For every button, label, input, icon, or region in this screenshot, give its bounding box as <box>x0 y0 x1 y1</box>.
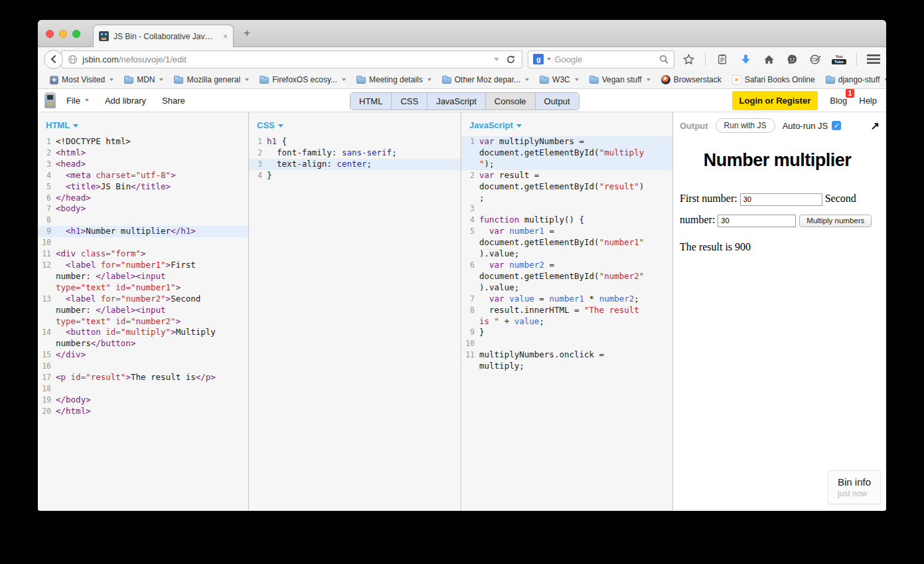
code-line[interactable]: 5 var number1 = <box>461 226 672 237</box>
code-line[interactable]: 10 <box>461 338 672 349</box>
code-line[interactable]: 11multiplyNumbers.onclick = <box>461 349 672 361</box>
new-tab-button[interactable]: + <box>244 27 250 40</box>
hello-chat-icon[interactable] <box>785 52 799 66</box>
code-line[interactable]: ).value; <box>461 248 672 260</box>
html-panel-menu[interactable]: HTML <box>38 112 248 135</box>
code-line[interactable]: 7 var value = number1 * number2; <box>461 294 672 305</box>
bookmark-item[interactable]: FirefoxOS ecosy... <box>254 74 351 86</box>
code-line[interactable]: 10 <box>38 237 248 248</box>
panel-tab-html[interactable]: HTML <box>350 93 391 110</box>
code-line[interactable]: 9} <box>461 327 672 338</box>
search-engine-dropdown-icon[interactable] <box>547 58 551 60</box>
code-line[interactable]: 3<head> <box>38 159 248 170</box>
code-line[interactable]: 1var multiplyNumbers = <box>461 136 672 147</box>
bookmark-item[interactable]: W3C <box>534 74 584 86</box>
code-line[interactable]: 1<!DOCTYPE html> <box>38 136 248 147</box>
reading-list-icon[interactable] <box>716 52 729 66</box>
code-line[interactable]: number: </label><input <box>38 305 248 316</box>
code-line[interactable]: 15</div> <box>38 349 248 361</box>
code-line[interactable]: document.getElementById("multiply <box>461 147 672 159</box>
code-line[interactable]: 6</head> <box>38 193 248 204</box>
zoom-window-button[interactable] <box>72 30 80 38</box>
bookmark-item[interactable]: Other Moz depar... <box>437 74 534 86</box>
code-line[interactable]: is " + value; <box>461 316 672 328</box>
add-library-menu[interactable]: Add library <box>105 96 146 106</box>
search-icon[interactable] <box>659 54 669 64</box>
autorun-checkbox[interactable]: ✓ <box>832 121 841 130</box>
code-line[interactable]: 12 <label for="number1">First <box>38 260 248 271</box>
code-line[interactable]: 14 <button id="multiply">Multiply <box>38 327 248 338</box>
code-line[interactable]: document.getElementById("number1" <box>461 237 672 248</box>
bookmark-item[interactable]: Meeting details <box>351 74 437 86</box>
code-line[interactable]: 9 <h1>Number multiplier</h1> <box>38 226 248 237</box>
code-line[interactable]: number: </label><input <box>38 271 248 282</box>
code-line[interactable]: type="text" id="number1"> <box>38 282 248 294</box>
code-line[interactable]: ).value; <box>461 282 672 294</box>
code-line[interactable]: 6 var number2 = <box>461 260 672 271</box>
first-number-input[interactable] <box>740 193 822 206</box>
code-line[interactable]: 19</body> <box>38 395 248 406</box>
code-line[interactable]: 8 result.innerHTML = "The result <box>461 305 672 316</box>
reload-icon[interactable] <box>506 54 516 64</box>
globe-edit-icon[interactable] <box>809 52 822 66</box>
code-line[interactable]: 20</html> <box>38 406 248 417</box>
minimize-window-button[interactable] <box>59 30 67 38</box>
popout-icon[interactable]: ↗ <box>871 120 880 132</box>
code-line[interactable]: 1h1 { <box>249 136 461 147</box>
bookmark-item[interactable]: Browserstack <box>656 74 727 86</box>
code-line[interactable]: 3 text-align: center; <box>249 159 461 170</box>
bookmark-item[interactable]: ★Most Visited <box>44 74 119 86</box>
tab-close-icon[interactable]: × <box>223 32 228 41</box>
file-menu[interactable]: File <box>66 96 89 106</box>
code-line[interactable]: document.getElementById("number2" <box>461 271 672 282</box>
search-bar[interactable]: g Google <box>528 50 674 68</box>
code-line[interactable]: type="text" id="number2"> <box>38 316 248 328</box>
code-line[interactable]: 8 <box>38 215 248 226</box>
bookmark-item[interactable]: django-stuff <box>820 74 886 86</box>
code-line[interactable]: 4 <meta charset="utf-8"> <box>38 170 248 181</box>
close-window-button[interactable] <box>46 30 54 38</box>
autorun-toggle[interactable]: Auto-run JS ✓ <box>783 121 842 131</box>
run-with-js-button[interactable]: Run with JS <box>716 118 775 133</box>
bookmark-item[interactable]: MDN <box>119 74 169 86</box>
code-line[interactable]: 11<div class="form"> <box>38 248 248 260</box>
bookmark-item[interactable]: Vegan stuff <box>584 74 656 86</box>
bin-info-box[interactable]: Bin info just now <box>828 470 881 504</box>
back-button[interactable] <box>44 50 63 69</box>
css-code-editor[interactable]: 1h1 {2 font-family: sans-serif;3 text-al… <box>249 135 461 181</box>
code-line[interactable]: 2<html> <box>38 147 248 159</box>
bookmark-item[interactable]: Mozilla general <box>169 74 254 86</box>
downloads-icon[interactable] <box>739 52 752 66</box>
code-line[interactable]: 4} <box>249 170 461 181</box>
search-input[interactable]: Google <box>554 54 582 64</box>
panel-tab-javascript[interactable]: JavaScript <box>427 93 485 110</box>
javascript-code-editor[interactable]: 1var multiplyNumbers =document.getElemen… <box>461 135 672 372</box>
youtube-icon[interactable]: YouTube <box>832 54 846 64</box>
browser-tab[interactable]: JS Bin - Collaborative Java... × <box>93 25 234 47</box>
code-line[interactable]: 18 <box>38 383 248 395</box>
second-number-input[interactable] <box>718 215 796 227</box>
panel-tab-output[interactable]: Output <box>535 93 579 110</box>
share-menu[interactable]: Share <box>162 96 185 106</box>
panel-tab-css[interactable]: CSS <box>391 93 427 110</box>
code-line[interactable]: 5 <title>JS Bin</title> <box>38 181 248 193</box>
urlbar-dropdown-icon[interactable] <box>494 58 499 61</box>
code-line[interactable]: 2var result = <box>461 170 672 181</box>
multiply-numbers-button[interactable]: Multiply numbers <box>799 215 872 227</box>
jsbin-robot-icon[interactable] <box>44 92 56 108</box>
css-panel-menu[interactable]: CSS <box>249 112 461 135</box>
blog-link[interactable]: Blog1 <box>830 96 847 106</box>
login-button[interactable]: Login or Register <box>732 91 818 110</box>
code-line[interactable]: 16 <box>38 361 248 372</box>
code-line[interactable]: 3 <box>461 203 672 215</box>
code-line[interactable]: multiply; <box>461 361 672 372</box>
code-line[interactable]: document.getElementById("result") <box>461 181 672 193</box>
bookmark-item[interactable]: »Safari Books Online <box>727 74 820 86</box>
bookmark-star-icon[interactable] <box>682 52 695 66</box>
home-icon[interactable] <box>762 52 775 66</box>
code-line[interactable]: 13 <label for="number2">Second <box>38 294 248 305</box>
code-line[interactable]: 4function multiply() { <box>461 215 672 226</box>
code-line[interactable]: numbers</button> <box>38 338 248 349</box>
menu-icon[interactable] <box>867 52 880 66</box>
code-line[interactable]: 17<p id="result">The result is</p> <box>38 372 248 383</box>
